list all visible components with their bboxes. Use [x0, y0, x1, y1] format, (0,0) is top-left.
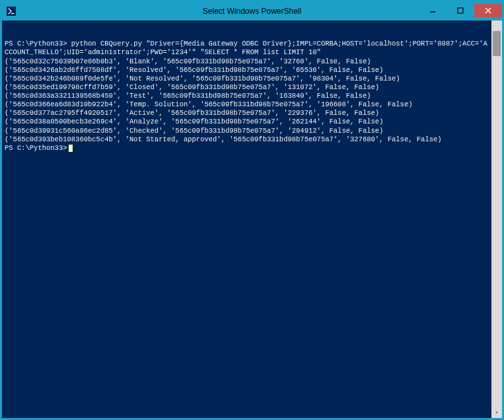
close-button[interactable] [474, 4, 502, 17]
window-title: Select Windows PowerShell [203, 7, 301, 16]
command-line: python CBQuery.py "Driver={Media Gateway… [5, 40, 487, 56]
output-row: ('565c0d39931c560a96ec2d85', 'Checked', … [5, 127, 383, 135]
output-row: ('565c0d38a0500becb3e269c4', 'Analyze', … [5, 118, 383, 125]
maximize-button[interactable] [447, 4, 474, 17]
window-controls [419, 4, 502, 18]
output-row: ('565c0d366ea6d83d10b922b4', 'Temp. Solu… [5, 100, 413, 108]
output-row: ('565c0d35ed199798cffd7b59', 'Closed', '… [5, 83, 379, 91]
scroll-down-button[interactable]: ▾ [491, 407, 502, 418]
scrollbar[interactable]: ▴ ▾ [491, 20, 502, 418]
titlebar[interactable]: Select Windows PowerShell [2, 2, 502, 20]
output-row: ('565c0d393beb108360bc5c4b', 'Not Starte… [5, 135, 442, 143]
scroll-thumb[interactable] [493, 31, 501, 56]
powershell-icon [6, 6, 17, 17]
minimize-button[interactable] [419, 4, 447, 17]
svg-rect-3 [458, 8, 463, 13]
output-row: ('565c0d342b246b089f0de5fe', 'Not Resolv… [5, 75, 400, 83]
terminal-content: PS C:\Python33> python CBQuery.py "Drive… [5, 40, 502, 153]
prompt-path: PS C:\Python33> [5, 40, 67, 48]
output-row: ('565c0d377ac2795ff4920517', 'Active', '… [5, 109, 379, 117]
powershell-window: Select Windows PowerShell PS C:\Python33… [0, 0, 504, 420]
terminal-area[interactable]: PS C:\Python33> python CBQuery.py "Drive… [2, 20, 502, 418]
output-row: ('565c0d363a3321139568b450', 'Test', '56… [5, 92, 371, 100]
prompt-path: PS C:\Python33> [5, 144, 67, 152]
output-row: ('565c0d32c75039b07e86b0b3', 'Blank', '5… [5, 57, 371, 65]
output-row: ('565c0d3426ab2d6ffd7508df', 'Resolved',… [5, 66, 383, 74]
cursor-icon [69, 145, 73, 152]
